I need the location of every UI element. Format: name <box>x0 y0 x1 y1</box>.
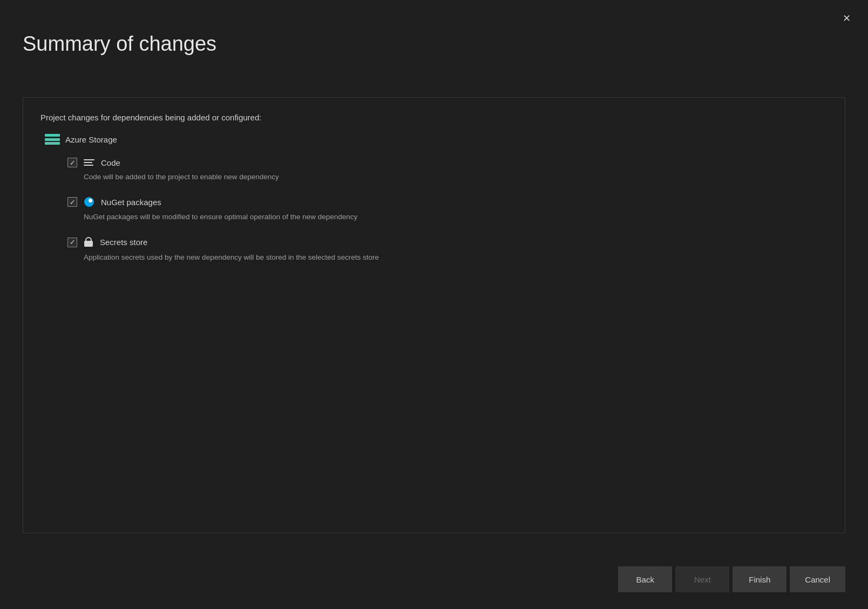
nuget-checkbox[interactable]: ✓ <box>67 197 77 207</box>
secrets-checkmark: ✓ <box>70 239 76 246</box>
nuget-icon <box>84 197 94 207</box>
azure-storage-icon <box>45 134 60 145</box>
secrets-item-name: Secrets store <box>100 238 147 247</box>
azure-storage-label: Azure Storage <box>65 135 117 144</box>
back-button[interactable]: Back <box>618 566 672 592</box>
secrets-checkbox[interactable]: ✓ <box>67 238 77 247</box>
project-changes-label: Project changes for dependencies being a… <box>40 113 828 122</box>
content-box: Project changes for dependencies being a… <box>23 97 845 533</box>
nuget-checkmark: ✓ <box>70 199 76 206</box>
code-checkbox[interactable]: ✓ <box>67 158 77 167</box>
azure-storage-row: Azure Storage <box>45 134 828 145</box>
code-checkmark: ✓ <box>70 159 76 166</box>
code-icon <box>84 159 94 166</box>
nuget-item-description: NuGet packages will be modified to ensur… <box>84 212 828 222</box>
code-item-block: ✓ Code Code will be added to the project… <box>67 158 828 182</box>
finish-button[interactable]: Finish <box>733 566 786 592</box>
page-title: Summary of changes <box>23 32 216 56</box>
nuget-item-name: NuGet packages <box>101 198 161 207</box>
close-icon: ✕ <box>843 12 851 24</box>
close-button[interactable]: ✕ <box>838 10 855 27</box>
secrets-item-block: ✓ Secrets store Application secrets used… <box>67 237 828 263</box>
cancel-button[interactable]: Cancel <box>790 566 845 592</box>
code-item-description: Code will be added to the project to ena… <box>84 172 828 182</box>
lock-icon <box>84 237 93 248</box>
secrets-item-row: ✓ Secrets store <box>67 237 828 248</box>
nuget-item-block: ✓ NuGet packages NuGet packages will be … <box>67 197 828 222</box>
nuget-item-row: ✓ NuGet packages <box>67 197 828 207</box>
next-button[interactable]: Next <box>675 566 729 592</box>
code-item-row: ✓ Code <box>67 158 828 167</box>
code-item-name: Code <box>101 158 120 167</box>
secrets-item-description: Application secrets used by the new depe… <box>84 252 828 263</box>
footer: Back Next Finish Cancel <box>0 550 868 609</box>
